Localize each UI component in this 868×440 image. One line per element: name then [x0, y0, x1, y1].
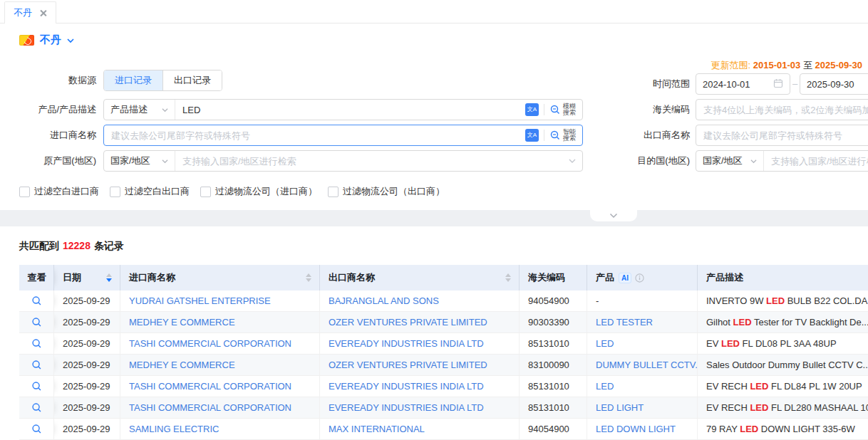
table-row: 2025-09-29 MEDHEY E COMMERCE OZER VENTUR… [19, 312, 868, 333]
hs-code-label: 海关编码 [602, 99, 690, 120]
sort-icon-date[interactable] [100, 273, 112, 282]
header-importer[interactable]: 进口商名称 [120, 265, 320, 290]
sort-icon-importer[interactable] [300, 273, 311, 282]
translate-icon[interactable]: 文A [525, 103, 539, 116]
translate-icon[interactable]: 文A [525, 129, 539, 142]
importer-link[interactable]: TASHI COMMERCIAL CORPORATION [120, 376, 320, 397]
checkbox-icon[interactable] [19, 187, 30, 197]
country-header[interactable]: 不丹 [19, 33, 74, 47]
date-from-input[interactable]: 2024-10-01 [696, 73, 790, 95]
view-record-button[interactable] [19, 333, 54, 354]
importer-name-input[interactable] [104, 125, 519, 145]
hs-code-cell: 85131010 [520, 397, 587, 418]
divider [544, 130, 544, 141]
description-cell: EV RECH LED FL DL84 PL 1W 20UP [698, 376, 868, 397]
view-record-button[interactable] [19, 290, 54, 311]
view-record-button[interactable] [19, 397, 54, 418]
info-icon[interactable] [635, 273, 644, 283]
view-record-button[interactable] [19, 312, 54, 332]
close-icon[interactable] [39, 9, 47, 17]
update-range-from: 2015-01-03 [753, 60, 801, 70]
magnifier-icon [31, 424, 42, 434]
description-cell: 79 RAY LED DOWN LIGHT 335-6W [698, 419, 868, 439]
date-cell: 2025-09-29 [54, 376, 120, 397]
description-cell: EV LED FL DL08 PL 3AA 48UP [698, 333, 868, 354]
exporter-link[interactable]: EVEREADY INDUSTRIES INDIA LTD [320, 333, 520, 354]
view-record-button[interactable] [19, 355, 54, 375]
importer-input-icons: 文A 智能搜索 [519, 129, 582, 142]
exporter-link[interactable]: OZER VENTURES PRIVATE LIMITED [320, 355, 520, 375]
fuzzy-search-button[interactable]: 模糊搜索 [549, 103, 576, 116]
export-records-tab[interactable]: 出口记录 [162, 70, 222, 90]
checkbox-icon[interactable] [328, 187, 339, 197]
product-link[interactable]: LED [587, 376, 698, 397]
checkbox-filter-logistics-importer[interactable]: 过滤物流公司（进口商） [200, 185, 317, 198]
checkbox-filter-blank-exporter[interactable]: 过滤空白出口商 [110, 185, 190, 198]
exporter-link[interactable]: EVEREADY INDUSTRIES INDIA LTD [320, 376, 520, 397]
date-to-input[interactable]: 2025-09-30 [800, 73, 868, 95]
search-icon [549, 130, 561, 141]
checkbox-icon[interactable] [200, 187, 211, 197]
product-link[interactable]: DUMMY BULLET CCTV... [587, 355, 698, 375]
hs-code-input[interactable] [696, 100, 868, 120]
results-summary: 共匹配到12228条记录 [19, 240, 124, 253]
date-from-value: 2024-10-01 [703, 79, 750, 90]
destination-label: 目的国(地区) [602, 150, 690, 172]
date-cell: 2025-09-29 [54, 290, 120, 311]
importer-search-group: 文A 智能搜索 [103, 125, 583, 146]
exporter-name-input[interactable] [696, 125, 868, 145]
product-link[interactable]: LED [587, 333, 698, 354]
import-records-tab[interactable]: 进口记录 [104, 70, 162, 90]
origin-country-input[interactable] [175, 151, 562, 171]
importer-link[interactable]: TASHI COMMERCIAL CORPORATION [120, 397, 320, 418]
importer-link[interactable]: MEDHEY E COMMERCE [120, 312, 320, 332]
hs-code-cell: 83100090 [520, 355, 587, 375]
checkbox-filter-logistics-exporter[interactable]: 过滤物流公司（出口商） [328, 185, 445, 198]
trade-search-page: 不丹 不丹 更新范围: 2015-01-03 至 2025-09-30 数据源 … [0, 0, 868, 440]
chevron-down-icon [162, 107, 168, 113]
chevron-down-icon [162, 158, 168, 164]
product-keyword-input[interactable] [175, 100, 519, 120]
exporter-link[interactable]: EVEREADY INDUSTRIES INDIA LTD [320, 397, 520, 418]
data-source-toggle: 进口记录 出口记录 [103, 70, 222, 91]
time-range-label: 时间范围 [602, 73, 690, 95]
checkbox-icon[interactable] [110, 187, 120, 197]
origin-type-select[interactable]: 国家/地区 [104, 151, 175, 171]
product-type-select[interactable]: 产品描述 [104, 100, 175, 120]
results-table: 查看 日期 进口商名称 出口商名称 海关编码 产品 AI 产品描述 [19, 265, 868, 440]
importer-link[interactable]: YUDRAI GATSHEL ENTERPRISE [120, 290, 320, 311]
importer-link[interactable]: SAMLING ELECTRIC [120, 419, 320, 439]
header-date[interactable]: 日期 [54, 265, 120, 290]
chevron-down-icon[interactable] [67, 37, 74, 44]
magnifier-icon [31, 402, 42, 413]
collapse-panel-button[interactable] [590, 210, 637, 221]
header-exporter[interactable]: 出口商名称 [320, 265, 520, 290]
chevron-down-icon [609, 213, 618, 219]
exporter-link[interactable]: BAJRANGLAL AND SONS [320, 290, 520, 311]
destination-country-input[interactable] [764, 151, 868, 171]
product-link[interactable]: LED LIGHT [587, 397, 698, 418]
product-link[interactable]: LED DOWN LIGHT [587, 419, 698, 439]
panel-divider-band [0, 210, 868, 226]
product-link[interactable]: LED TESTER [587, 312, 698, 332]
importer-link[interactable]: MEDHEY E COMMERCE [120, 355, 320, 375]
exporter-link[interactable]: OZER VENTURES PRIVATE LIMITED [320, 312, 520, 332]
sort-icon-exporter[interactable] [500, 273, 511, 282]
importer-link[interactable]: TASHI COMMERCIAL CORPORATION [120, 333, 320, 354]
table-row: 2025-09-29 SAMLING ELECTRIC MAX INTERNAT… [19, 419, 868, 440]
calendar-icon[interactable] [773, 78, 783, 90]
chevron-down-icon [750, 158, 757, 164]
checkbox-filter-blank-importer[interactable]: 过滤空白进口商 [19, 185, 99, 198]
tab-bhutan[interactable]: 不丹 [4, 1, 56, 23]
exporter-link[interactable]: MAX INTERNATIONAL [320, 419, 520, 439]
destination-type-select[interactable]: 国家/地区 [696, 151, 764, 171]
date-cell: 2025-09-29 [54, 397, 120, 418]
smart-search-button[interactable]: 智能搜索 [549, 129, 576, 142]
country-name: 不丹 [40, 33, 61, 47]
view-record-button[interactable] [19, 419, 54, 439]
view-record-button[interactable] [19, 376, 54, 397]
description-cell: EV RECH LED FL DL280 MASHAAL 10... [698, 397, 868, 418]
description-cell: Sales Outdoor Dummy Bullet CCTV C... [698, 355, 868, 375]
origin-chevron[interactable] [562, 157, 582, 164]
date-cell: 2025-09-29 [54, 355, 120, 375]
